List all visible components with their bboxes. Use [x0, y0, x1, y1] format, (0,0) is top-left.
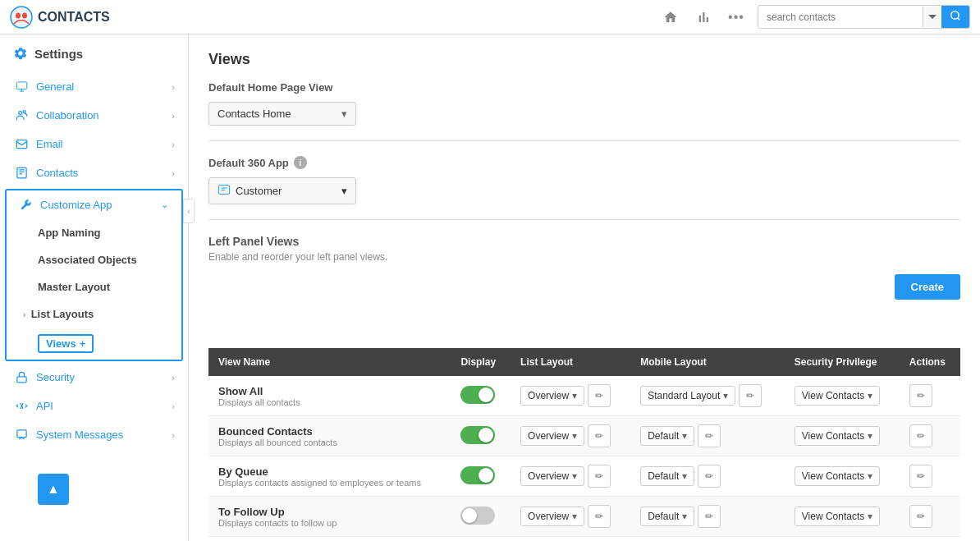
chart-icon[interactable]	[690, 4, 717, 30]
actions-edit-3[interactable]: ✏	[909, 505, 932, 528]
views-badge[interactable]: Views +	[38, 334, 94, 353]
scroll-top-button[interactable]: ▲	[38, 474, 69, 505]
mobile-layout-edit-2[interactable]: ✏	[698, 465, 721, 488]
mobile-layout-edit-3[interactable]: ✏	[698, 505, 721, 528]
col-list-layout: List Layout	[511, 348, 630, 376]
cell-mobile-layout-0: Standard Layout ▾ ✏	[630, 376, 785, 416]
sidebar-item-customize-label: Customize App	[40, 199, 112, 211]
home-icon[interactable]	[657, 4, 684, 30]
actions-edit-0[interactable]: ✏	[909, 384, 932, 407]
list-layout-dropdown-2[interactable]: Overview ▾	[520, 466, 584, 486]
views-table: View Name Display List Layout Mobile Lay…	[208, 348, 960, 537]
page-title: Views	[208, 51, 960, 68]
cell-security-2: View Contacts ▾	[785, 456, 900, 497]
table-row: Show All Displays all contacts Overview …	[208, 376, 960, 416]
sidebar-views-item[interactable]: Views +	[7, 328, 181, 360]
system-messages-icon	[16, 429, 28, 441]
list-layout-dropdown-3[interactable]: Overview ▾	[520, 507, 584, 526]
cell-mobile-layout-3: Default ▾ ✏	[630, 497, 785, 537]
col-mobile-layout: Mobile Layout	[630, 348, 785, 376]
toggle-knob-0	[479, 387, 493, 402]
cell-list-layout-0: Overview ▾ ✏	[511, 376, 630, 416]
security-dropdown-0[interactable]: View Contacts ▾	[795, 386, 880, 406]
api-icon	[16, 400, 28, 412]
sidebar-item-security[interactable]: Security ›	[0, 363, 188, 392]
security-value-3: View Contacts	[802, 511, 864, 522]
sidebar-item-general[interactable]: General ›	[0, 72, 188, 101]
sidebar-sub-item-master-layout[interactable]: Master Layout	[7, 273, 181, 300]
create-section: Create	[208, 274, 960, 307]
cell-security-0: View Contacts ▾	[785, 376, 900, 416]
svg-point-5	[23, 111, 25, 113]
mobile-layout-caret: ▾	[682, 470, 687, 482]
sidebar-item-email-label: Email	[36, 138, 63, 150]
list-layout-dropdown-1[interactable]: Overview ▾	[520, 426, 584, 446]
default-360-section: Default 360 App i Customer ▾	[208, 156, 960, 204]
list-layout-edit-2[interactable]: ✏	[588, 465, 611, 488]
customer-icon	[218, 183, 231, 199]
list-layout-dropdown-0[interactable]: Overview ▾	[520, 386, 584, 406]
sidebar-item-contacts[interactable]: Contacts ›	[0, 158, 188, 187]
sidebar-collapse-button[interactable]: ‹	[183, 199, 195, 223]
create-button[interactable]: Create	[895, 274, 960, 300]
sidebar-sub-item-app-naming[interactable]: App Naming	[7, 219, 181, 246]
col-security: Security Privilege	[785, 348, 900, 376]
table-row: Bounced Contacts Displays all bounced co…	[208, 416, 960, 456]
list-layout-edit-0[interactable]: ✏	[588, 384, 611, 407]
display-toggle-2[interactable]	[460, 466, 495, 484]
mobile-layout-caret: ▾	[682, 430, 687, 442]
svg-point-0	[11, 7, 32, 28]
search-dropdown[interactable]	[923, 7, 941, 27]
sidebar-item-security-label: Security	[36, 371, 75, 383]
security-caret: ▾	[868, 470, 872, 482]
cell-list-layout-1: Overview ▾ ✏	[511, 416, 630, 456]
security-dropdown-3[interactable]: View Contacts ▾	[795, 507, 880, 526]
view-name-text: Bounced Contacts	[218, 425, 441, 438]
actions-edit-2[interactable]: ✏	[909, 465, 932, 488]
api-chevron: ›	[172, 401, 175, 411]
cell-view-name-0: Show All Displays all contacts	[208, 376, 451, 416]
svg-point-2	[22, 12, 27, 18]
customer-value: Customer	[236, 185, 282, 197]
customer-dropdown[interactable]: Customer ▾	[208, 177, 356, 204]
security-value-0: View Contacts	[802, 390, 864, 401]
mobile-layout-dropdown-2[interactable]: Default ▾	[640, 466, 694, 486]
sidebar-sub-item-associated-objects[interactable]: Associated Objects	[7, 246, 181, 273]
mobile-layout-edit-1[interactable]: ✏	[698, 424, 721, 447]
search-button[interactable]	[941, 6, 969, 28]
mobile-layout-dropdown-0[interactable]: Standard Layout ▾	[640, 386, 735, 406]
search-input[interactable]	[758, 7, 923, 27]
app-name: CONTACTS	[38, 10, 110, 25]
display-toggle-1[interactable]	[460, 426, 495, 444]
info-icon[interactable]: i	[294, 156, 307, 169]
view-name-text: Show All	[218, 385, 441, 397]
more-icon[interactable]: •••	[723, 4, 749, 30]
sidebar-item-api[interactable]: API ›	[0, 392, 188, 420]
mobile-layout-edit-0[interactable]: ✏	[739, 384, 762, 407]
list-layout-edit-1[interactable]: ✏	[588, 424, 611, 447]
list-layout-caret: ▾	[572, 390, 577, 401]
sidebar-item-email[interactable]: Email ›	[0, 130, 188, 158]
mobile-layout-caret: ▾	[682, 511, 687, 522]
sidebar-list-layouts[interactable]: › List Layouts	[7, 300, 181, 328]
display-toggle-0[interactable]	[460, 386, 495, 404]
cell-list-layout-3: Overview ▾ ✏	[511, 497, 630, 537]
table-row: To Follow Up Displays contacts to follow…	[208, 497, 960, 537]
views-label: Views	[46, 337, 76, 350]
mobile-layout-dropdown-1[interactable]: Default ▾	[640, 426, 694, 446]
sidebar-item-collaboration[interactable]: Collaboration ›	[0, 101, 188, 130]
contacts-logo-icon	[10, 6, 33, 29]
actions-edit-1[interactable]: ✏	[909, 424, 932, 447]
list-layout-edit-3[interactable]: ✏	[588, 505, 611, 528]
sidebar-item-system-messages[interactable]: System Messages ›	[0, 420, 188, 449]
cell-mobile-layout-1: Default ▾ ✏	[630, 416, 785, 456]
security-dropdown-2[interactable]: View Contacts ▾	[795, 466, 880, 486]
sidebar-item-customize-app[interactable]: Customize App ⌄	[7, 190, 181, 219]
display-toggle-3[interactable]	[460, 507, 495, 525]
security-dropdown-1[interactable]: View Contacts ▾	[795, 426, 880, 446]
list-layouts-chevron: ›	[23, 309, 26, 319]
default-home-dropdown[interactable]: Contacts Home ▾	[208, 102, 356, 126]
main-content: Views Default Home Page View Contacts Ho…	[189, 34, 980, 541]
default-360-label: Default 360 App	[208, 157, 289, 169]
mobile-layout-dropdown-3[interactable]: Default ▾	[640, 507, 694, 526]
